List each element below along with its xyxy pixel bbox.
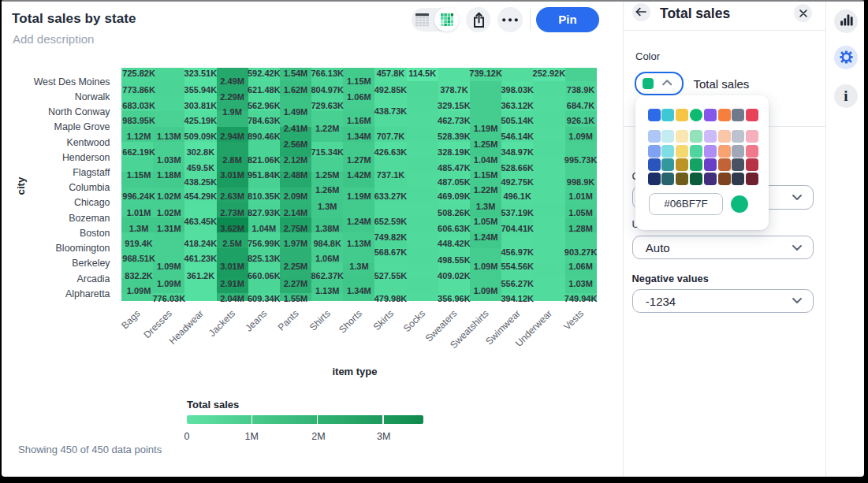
svg-text:756.99K: 756.99K — [248, 239, 281, 248]
svg-text:Shirts: Shirts — [307, 308, 333, 333]
svg-text:1.15M: 1.15M — [474, 170, 498, 180]
svg-text:739.12K: 739.12K — [469, 69, 502, 78]
svg-text:1.01M: 1.01M — [127, 208, 151, 217]
svg-text:2.56M: 2.56M — [284, 139, 308, 149]
svg-text:1.02M: 1.02M — [157, 208, 181, 217]
svg-text:1.09M: 1.09M — [474, 262, 498, 271]
svg-text:825.13K: 825.13K — [248, 254, 281, 263]
svg-text:2.49M: 2.49M — [220, 76, 244, 86]
svg-text:1.34M: 1.34M — [347, 286, 371, 295]
svg-text:1.04M: 1.04M — [474, 155, 498, 165]
svg-text:Vests: Vests — [561, 308, 586, 333]
svg-text:821.06K: 821.06K — [248, 155, 281, 165]
svg-text:633.27K: 633.27K — [374, 191, 408, 201]
svg-text:1.24M: 1.24M — [347, 217, 371, 226]
svg-text:463.45K: 463.45K — [184, 217, 218, 226]
svg-text:951.84K: 951.84K — [248, 170, 281, 180]
svg-text:394.12K: 394.12K — [501, 294, 534, 303]
svg-text:862.37K: 862.37K — [311, 271, 344, 281]
svg-text:995.73K: 995.73K — [564, 155, 598, 165]
svg-text:810.35K: 810.35K — [248, 191, 281, 201]
svg-text:2.29M: 2.29M — [220, 92, 244, 102]
svg-text:773.86K: 773.86K — [122, 85, 155, 95]
svg-text:684.7K: 684.7K — [567, 101, 595, 110]
svg-text:2.48M: 2.48M — [284, 170, 308, 180]
svg-text:1.26M: 1.26M — [315, 185, 340, 195]
svg-text:2.27M: 2.27M — [284, 279, 308, 288]
svg-text:528.39K: 528.39K — [438, 132, 471, 141]
svg-text:328.19K: 328.19K — [438, 147, 471, 157]
svg-text:592.42K: 592.42K — [248, 69, 281, 78]
svg-text:302.8K: 302.8K — [187, 147, 215, 157]
svg-text:2.8M: 2.8M — [222, 155, 241, 165]
svg-text:804.97K: 804.97K — [311, 85, 344, 95]
svg-text:1.27M: 1.27M — [347, 155, 371, 165]
svg-text:1.19M: 1.19M — [347, 191, 371, 201]
svg-text:652.59K: 652.59K — [374, 217, 408, 226]
svg-text:556.27K: 556.27K — [501, 279, 534, 288]
svg-text:Pants: Pants — [276, 308, 301, 333]
svg-text:1.22M: 1.22M — [315, 124, 340, 133]
svg-text:1.04M: 1.04M — [252, 224, 277, 233]
svg-text:Jeans: Jeans — [244, 308, 270, 334]
svg-text:329.15K: 329.15K — [438, 101, 471, 110]
svg-text:485.47K: 485.47K — [438, 163, 471, 173]
svg-text:252.92K: 252.92K — [533, 69, 566, 78]
svg-text:609.34K: 609.34K — [248, 294, 281, 303]
svg-text:Headwear: Headwear — [167, 308, 206, 347]
svg-text:1.15M: 1.15M — [347, 76, 371, 86]
svg-text:660.06K: 660.06K — [248, 271, 281, 281]
svg-text:1.13M: 1.13M — [347, 239, 371, 248]
svg-text:448.42K: 448.42K — [438, 239, 471, 248]
svg-text:1.01M: 1.01M — [568, 191, 593, 201]
svg-text:487.05K: 487.05K — [438, 177, 471, 187]
svg-text:2.5M: 2.5M — [222, 239, 241, 248]
svg-text:2.14M: 2.14M — [284, 208, 308, 217]
svg-text:1.13M: 1.13M — [315, 286, 340, 295]
svg-text:1.02M: 1.02M — [157, 191, 181, 201]
svg-text:363.12K: 363.12K — [501, 101, 534, 110]
svg-text:1.09M: 1.09M — [568, 132, 593, 141]
svg-text:1.09M: 1.09M — [157, 262, 181, 271]
svg-text:Maple Grove: Maple Grove — [54, 121, 110, 132]
svg-text:546.14K: 546.14K — [501, 132, 534, 141]
svg-text:114.5K: 114.5K — [408, 69, 436, 78]
svg-text:968.51K: 968.51K — [122, 254, 155, 263]
svg-text:729.63K: 729.63K — [311, 101, 344, 110]
svg-text:459.5K: 459.5K — [187, 163, 215, 173]
svg-text:832.2K: 832.2K — [125, 271, 153, 281]
svg-text:537.19K: 537.19K — [501, 208, 534, 217]
svg-text:984.8K: 984.8K — [313, 239, 341, 248]
svg-text:Flagstaff: Flagstaff — [73, 167, 110, 178]
svg-text:378.7K: 378.7K — [440, 85, 468, 95]
svg-text:498.55K: 498.55K — [438, 255, 471, 265]
svg-text:1.3M: 1.3M — [349, 262, 368, 271]
svg-text:707.7K: 707.7K — [377, 132, 405, 141]
svg-text:715.34K: 715.34K — [311, 147, 344, 157]
svg-text:919.4K: 919.4K — [125, 239, 153, 248]
svg-text:348.97K: 348.97K — [501, 147, 534, 157]
svg-text:Arcadia: Arcadia — [76, 273, 110, 284]
svg-text:Boston: Boston — [80, 228, 110, 239]
svg-text:418.24K: 418.24K — [184, 239, 218, 248]
svg-text:457.8K: 457.8K — [377, 69, 405, 78]
svg-text:Berkeley: Berkeley — [72, 258, 110, 269]
svg-text:1.24M: 1.24M — [474, 232, 498, 242]
svg-text:2.25M: 2.25M — [284, 262, 308, 271]
svg-text:1.3M: 1.3M — [129, 224, 148, 233]
svg-text:1.25M: 1.25M — [315, 170, 340, 180]
svg-text:1.34M: 1.34M — [347, 132, 371, 141]
svg-text:Chicago: Chicago — [74, 197, 110, 208]
svg-text:356.96K: 356.96K — [438, 294, 471, 303]
svg-text:1.06M: 1.06M — [347, 92, 371, 102]
svg-text:city: city — [15, 176, 27, 195]
svg-text:554.56K: 554.56K — [501, 262, 534, 271]
svg-text:1.16M: 1.16M — [347, 116, 371, 125]
svg-text:398.03K: 398.03K — [501, 85, 534, 95]
svg-text:355.94K: 355.94K — [184, 85, 218, 95]
svg-text:998.9K: 998.9K — [567, 177, 595, 187]
svg-text:1.15M: 1.15M — [127, 170, 151, 180]
svg-text:438.25K: 438.25K — [184, 177, 218, 187]
svg-text:1.25M: 1.25M — [474, 139, 498, 149]
svg-text:983.95K: 983.95K — [122, 116, 155, 125]
